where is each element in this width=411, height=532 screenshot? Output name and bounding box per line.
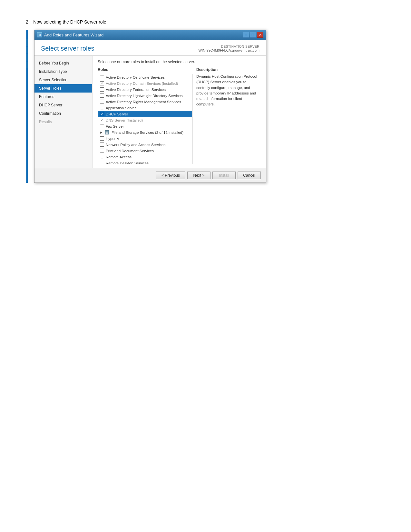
checkbox-dhcp[interactable]: ✓: [100, 112, 104, 116]
role-label-app-server: Application Server: [106, 106, 136, 110]
nav-item-features[interactable]: Features: [34, 93, 92, 101]
columns: Roles Active Directory Certificate Servi…: [98, 67, 261, 164]
nav-item-server-roles[interactable]: Server Roles: [34, 84, 92, 93]
roles-column: Roles Active Directory Certificate Servi…: [98, 67, 192, 164]
role-label-print-doc: Print and Document Services: [106, 149, 154, 153]
nav-item-results: Results: [34, 118, 92, 126]
roles-header: Roles: [98, 67, 192, 72]
role-app-server[interactable]: Application Server: [98, 105, 192, 111]
role-label-ad-cert: Active Directory Certificate Services: [106, 75, 165, 79]
minimize-button[interactable]: ─: [243, 32, 249, 38]
checkbox-hyper-v[interactable]: [100, 136, 104, 141]
role-dns-server[interactable]: ✓ DNS Server (Installed): [98, 117, 192, 123]
role-label-remote-access: Remote Access: [106, 155, 132, 159]
folder-icon-file: ▦: [105, 130, 109, 134]
step-label: 2. Now selecting the DHCP Server role: [26, 19, 385, 25]
checkbox-ad-cert[interactable]: [100, 75, 104, 79]
previous-button[interactable]: < Previous: [156, 172, 185, 179]
role-ad-cert[interactable]: Active Directory Certificate Services: [98, 74, 192, 80]
wizard-window-frame: ⚙ Add Roles and Features Wizard ─ □ ✕ Se…: [26, 30, 385, 183]
role-label-hyper-v: Hyper-V: [106, 137, 119, 141]
wizard-nav: Before You Begin Installation Type Serve…: [34, 56, 93, 168]
role-label-fax: Fax Server: [106, 124, 124, 128]
restore-button[interactable]: □: [250, 32, 256, 38]
role-label-ad-lightweight: Active Directory Lightweight Directory S…: [106, 94, 182, 98]
role-file-storage[interactable]: ▶ ▦ File and Storage Services (2 of 12 i…: [98, 129, 192, 135]
checkbox-network-policy[interactable]: [100, 143, 104, 147]
description-column: Description Dynamic Host Configuration P…: [196, 67, 261, 164]
wizard-content: Before You Begin Installation Type Serve…: [34, 56, 266, 168]
step-description: Now selecting the DHCP Server role: [33, 19, 106, 25]
left-bar-marks: [26, 39, 28, 69]
checkbox-ad-lightweight[interactable]: [100, 94, 104, 98]
role-fax-server[interactable]: Fax Server: [98, 123, 192, 129]
role-print-doc[interactable]: Print and Document Services: [98, 148, 192, 154]
wizard-header: Select server roles DESTINATION SERVER W…: [34, 40, 266, 56]
window-controls: ─ □ ✕: [243, 32, 263, 38]
checkbox-ad-domain[interactable]: ✓: [100, 81, 104, 85]
nav-item-before-you-begin[interactable]: Before You Begin: [34, 59, 92, 67]
role-label-ad-rights: Active Directory Rights Management Servi…: [106, 100, 181, 104]
window-title: Add Roles and Features Wizard: [44, 33, 103, 37]
nav-item-installation-type[interactable]: Installation Type: [34, 67, 92, 76]
nav-item-confirmation[interactable]: Confirmation: [34, 109, 92, 118]
checkbox-print-doc[interactable]: [100, 149, 104, 153]
checkbox-ad-rights[interactable]: [100, 100, 104, 104]
wizard-icon: ⚙: [37, 32, 42, 37]
role-ad-lightweight[interactable]: Active Directory Lightweight Directory S…: [98, 93, 192, 99]
expand-arrow-file[interactable]: ▶: [100, 131, 103, 134]
checkbox-dns[interactable]: ✓: [100, 118, 104, 122]
wizard-body: Select server roles DESTINATION SERVER W…: [34, 40, 266, 182]
wizard-main: Select one or more roles to install on t…: [93, 56, 266, 168]
role-remote-access[interactable]: Remote Access: [98, 154, 192, 160]
description-header: Description: [196, 67, 261, 72]
role-label-network-policy: Network Policy and Access Services: [106, 143, 165, 147]
role-label-ad-federation: Active Directory Federation Services: [106, 88, 166, 92]
destination-server-name: WIN-99C4M0FFDJA.groovymusic.com: [199, 48, 259, 52]
wizard-title: Select server roles: [41, 45, 94, 52]
role-label-dns: DNS Server (Installed): [106, 118, 143, 122]
role-ad-domain[interactable]: ✓ Active Directory Domain Services (Inst…: [98, 80, 192, 86]
wizard-left-bar: [26, 30, 28, 183]
role-label-file-storage: File and Storage Services (2 of 12 insta…: [112, 131, 183, 134]
role-label-ad-domain: Active Directory Domain Services (Instal…: [106, 82, 178, 85]
checkbox-fax[interactable]: [100, 124, 104, 128]
nav-item-dhcp-server[interactable]: DHCP Server: [34, 101, 92, 109]
role-dhcp-server[interactable]: ✓ DHCP Server: [98, 111, 192, 117]
step-number: 2.: [26, 19, 30, 25]
role-ad-rights[interactable]: Active Directory Rights Management Servi…: [98, 99, 192, 105]
checkbox-app-server[interactable]: [100, 106, 104, 110]
role-network-policy[interactable]: Network Policy and Access Services: [98, 142, 192, 148]
role-hyper-v[interactable]: Hyper-V: [98, 135, 192, 142]
wizard-window: ⚙ Add Roles and Features Wizard ─ □ ✕ Se…: [34, 30, 266, 183]
destination-label: DESTINATION SERVER: [199, 45, 259, 48]
next-button[interactable]: Next >: [187, 172, 210, 179]
wizard-footer: < Previous Next > Install Cancel: [34, 168, 266, 182]
title-bar: ⚙ Add Roles and Features Wizard ─ □ ✕: [34, 30, 266, 40]
destination-server-info: DESTINATION SERVER WIN-99C4M0FFDJA.groov…: [199, 45, 259, 52]
description-text: Dynamic Host Configuration Protocol (DHC…: [196, 74, 261, 107]
title-bar-left: ⚙ Add Roles and Features Wizard: [37, 32, 103, 37]
role-label-remote-desktop: Remote Desktop Services: [106, 161, 149, 164]
close-button[interactable]: ✕: [257, 32, 263, 38]
instruction-text: Select one or more roles to install on t…: [98, 60, 261, 64]
role-remote-desktop[interactable]: Remote Desktop Services: [98, 160, 192, 164]
role-ad-federation[interactable]: Active Directory Federation Services: [98, 86, 192, 93]
roles-list[interactable]: Active Directory Certificate Services ✓ …: [98, 74, 192, 164]
checkbox-remote-access[interactable]: [100, 155, 104, 159]
nav-item-server-selection[interactable]: Server Selection: [34, 76, 92, 84]
install-button[interactable]: Install: [212, 172, 236, 179]
cancel-button[interactable]: Cancel: [238, 172, 261, 179]
checkbox-ad-federation[interactable]: [100, 87, 104, 92]
role-label-dhcp: DHCP Server: [106, 112, 128, 116]
checkbox-remote-desktop[interactable]: [100, 161, 104, 164]
